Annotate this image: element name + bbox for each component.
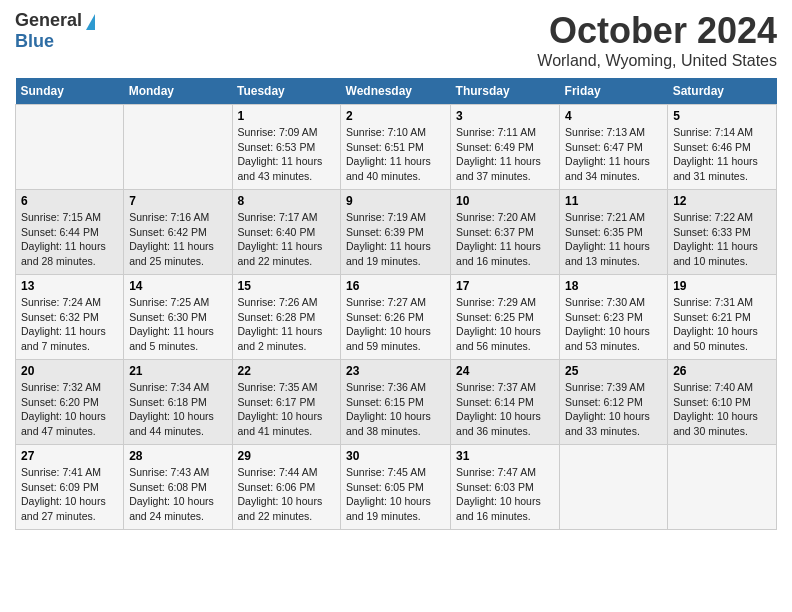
- calendar-header: SundayMondayTuesdayWednesdayThursdayFrid…: [16, 78, 777, 105]
- header-cell-thursday: Thursday: [451, 78, 560, 105]
- day-cell: 1Sunrise: 7:09 AM Sunset: 6:53 PM Daylig…: [232, 105, 341, 190]
- day-info: Sunrise: 7:14 AM Sunset: 6:46 PM Dayligh…: [673, 125, 771, 184]
- day-number: 19: [673, 279, 771, 293]
- day-number: 10: [456, 194, 554, 208]
- day-info: Sunrise: 7:35 AM Sunset: 6:17 PM Dayligh…: [238, 380, 336, 439]
- day-info: Sunrise: 7:20 AM Sunset: 6:37 PM Dayligh…: [456, 210, 554, 269]
- day-number: 31: [456, 449, 554, 463]
- day-info: Sunrise: 7:32 AM Sunset: 6:20 PM Dayligh…: [21, 380, 118, 439]
- day-number: 30: [346, 449, 445, 463]
- day-cell: 25Sunrise: 7:39 AM Sunset: 6:12 PM Dayli…: [560, 360, 668, 445]
- day-number: 17: [456, 279, 554, 293]
- day-number: 6: [21, 194, 118, 208]
- week-row-2: 6Sunrise: 7:15 AM Sunset: 6:44 PM Daylig…: [16, 190, 777, 275]
- day-info: Sunrise: 7:16 AM Sunset: 6:42 PM Dayligh…: [129, 210, 226, 269]
- day-cell: 31Sunrise: 7:47 AM Sunset: 6:03 PM Dayli…: [451, 445, 560, 530]
- day-cell: 16Sunrise: 7:27 AM Sunset: 6:26 PM Dayli…: [341, 275, 451, 360]
- day-cell: 13Sunrise: 7:24 AM Sunset: 6:32 PM Dayli…: [16, 275, 124, 360]
- day-cell: 29Sunrise: 7:44 AM Sunset: 6:06 PM Dayli…: [232, 445, 341, 530]
- day-cell: [16, 105, 124, 190]
- day-cell: 23Sunrise: 7:36 AM Sunset: 6:15 PM Dayli…: [341, 360, 451, 445]
- day-number: 13: [21, 279, 118, 293]
- day-info: Sunrise: 7:43 AM Sunset: 6:08 PM Dayligh…: [129, 465, 226, 524]
- day-info: Sunrise: 7:47 AM Sunset: 6:03 PM Dayligh…: [456, 465, 554, 524]
- day-cell: 2Sunrise: 7:10 AM Sunset: 6:51 PM Daylig…: [341, 105, 451, 190]
- day-cell: [560, 445, 668, 530]
- day-cell: 5Sunrise: 7:14 AM Sunset: 6:46 PM Daylig…: [668, 105, 777, 190]
- day-info: Sunrise: 7:13 AM Sunset: 6:47 PM Dayligh…: [565, 125, 662, 184]
- day-info: Sunrise: 7:27 AM Sunset: 6:26 PM Dayligh…: [346, 295, 445, 354]
- day-info: Sunrise: 7:39 AM Sunset: 6:12 PM Dayligh…: [565, 380, 662, 439]
- header-cell-wednesday: Wednesday: [341, 78, 451, 105]
- calendar-body: 1Sunrise: 7:09 AM Sunset: 6:53 PM Daylig…: [16, 105, 777, 530]
- day-info: Sunrise: 7:37 AM Sunset: 6:14 PM Dayligh…: [456, 380, 554, 439]
- day-info: Sunrise: 7:30 AM Sunset: 6:23 PM Dayligh…: [565, 295, 662, 354]
- day-cell: 3Sunrise: 7:11 AM Sunset: 6:49 PM Daylig…: [451, 105, 560, 190]
- header-cell-friday: Friday: [560, 78, 668, 105]
- day-cell: 11Sunrise: 7:21 AM Sunset: 6:35 PM Dayli…: [560, 190, 668, 275]
- day-cell: 10Sunrise: 7:20 AM Sunset: 6:37 PM Dayli…: [451, 190, 560, 275]
- day-number: 22: [238, 364, 336, 378]
- day-info: Sunrise: 7:17 AM Sunset: 6:40 PM Dayligh…: [238, 210, 336, 269]
- day-number: 11: [565, 194, 662, 208]
- day-cell: [124, 105, 232, 190]
- logo-general: General: [15, 10, 82, 31]
- day-cell: 26Sunrise: 7:40 AM Sunset: 6:10 PM Dayli…: [668, 360, 777, 445]
- day-number: 20: [21, 364, 118, 378]
- day-number: 14: [129, 279, 226, 293]
- calendar-table: SundayMondayTuesdayWednesdayThursdayFrid…: [15, 78, 777, 530]
- day-number: 8: [238, 194, 336, 208]
- week-row-5: 27Sunrise: 7:41 AM Sunset: 6:09 PM Dayli…: [16, 445, 777, 530]
- day-cell: 20Sunrise: 7:32 AM Sunset: 6:20 PM Dayli…: [16, 360, 124, 445]
- logo-blue: Blue: [15, 31, 54, 51]
- title-block: October 2024 Worland, Wyoming, United St…: [537, 10, 777, 70]
- header-row: SundayMondayTuesdayWednesdayThursdayFrid…: [16, 78, 777, 105]
- header-cell-monday: Monday: [124, 78, 232, 105]
- day-cell: 27Sunrise: 7:41 AM Sunset: 6:09 PM Dayli…: [16, 445, 124, 530]
- day-info: Sunrise: 7:26 AM Sunset: 6:28 PM Dayligh…: [238, 295, 336, 354]
- week-row-4: 20Sunrise: 7:32 AM Sunset: 6:20 PM Dayli…: [16, 360, 777, 445]
- day-info: Sunrise: 7:41 AM Sunset: 6:09 PM Dayligh…: [21, 465, 118, 524]
- day-cell: 14Sunrise: 7:25 AM Sunset: 6:30 PM Dayli…: [124, 275, 232, 360]
- day-number: 4: [565, 109, 662, 123]
- day-number: 5: [673, 109, 771, 123]
- day-cell: 4Sunrise: 7:13 AM Sunset: 6:47 PM Daylig…: [560, 105, 668, 190]
- day-cell: 6Sunrise: 7:15 AM Sunset: 6:44 PM Daylig…: [16, 190, 124, 275]
- day-number: 9: [346, 194, 445, 208]
- header-cell-saturday: Saturday: [668, 78, 777, 105]
- logo-triangle-icon: [86, 14, 95, 30]
- week-row-3: 13Sunrise: 7:24 AM Sunset: 6:32 PM Dayli…: [16, 275, 777, 360]
- day-cell: 30Sunrise: 7:45 AM Sunset: 6:05 PM Dayli…: [341, 445, 451, 530]
- day-info: Sunrise: 7:15 AM Sunset: 6:44 PM Dayligh…: [21, 210, 118, 269]
- day-number: 15: [238, 279, 336, 293]
- day-cell: 7Sunrise: 7:16 AM Sunset: 6:42 PM Daylig…: [124, 190, 232, 275]
- day-info: Sunrise: 7:31 AM Sunset: 6:21 PM Dayligh…: [673, 295, 771, 354]
- day-info: Sunrise: 7:34 AM Sunset: 6:18 PM Dayligh…: [129, 380, 226, 439]
- day-cell: 12Sunrise: 7:22 AM Sunset: 6:33 PM Dayli…: [668, 190, 777, 275]
- day-info: Sunrise: 7:09 AM Sunset: 6:53 PM Dayligh…: [238, 125, 336, 184]
- day-number: 28: [129, 449, 226, 463]
- page-header: General Blue October 2024 Worland, Wyomi…: [15, 10, 777, 70]
- day-number: 27: [21, 449, 118, 463]
- day-info: Sunrise: 7:44 AM Sunset: 6:06 PM Dayligh…: [238, 465, 336, 524]
- day-cell: 21Sunrise: 7:34 AM Sunset: 6:18 PM Dayli…: [124, 360, 232, 445]
- day-info: Sunrise: 7:29 AM Sunset: 6:25 PM Dayligh…: [456, 295, 554, 354]
- day-number: 12: [673, 194, 771, 208]
- day-cell: 19Sunrise: 7:31 AM Sunset: 6:21 PM Dayli…: [668, 275, 777, 360]
- month-title: October 2024: [537, 10, 777, 52]
- day-number: 29: [238, 449, 336, 463]
- day-number: 16: [346, 279, 445, 293]
- header-cell-tuesday: Tuesday: [232, 78, 341, 105]
- day-number: 1: [238, 109, 336, 123]
- day-cell: 24Sunrise: 7:37 AM Sunset: 6:14 PM Dayli…: [451, 360, 560, 445]
- day-cell: 9Sunrise: 7:19 AM Sunset: 6:39 PM Daylig…: [341, 190, 451, 275]
- day-number: 7: [129, 194, 226, 208]
- day-cell: 18Sunrise: 7:30 AM Sunset: 6:23 PM Dayli…: [560, 275, 668, 360]
- day-info: Sunrise: 7:40 AM Sunset: 6:10 PM Dayligh…: [673, 380, 771, 439]
- location-title: Worland, Wyoming, United States: [537, 52, 777, 70]
- day-info: Sunrise: 7:36 AM Sunset: 6:15 PM Dayligh…: [346, 380, 445, 439]
- day-info: Sunrise: 7:45 AM Sunset: 6:05 PM Dayligh…: [346, 465, 445, 524]
- day-info: Sunrise: 7:24 AM Sunset: 6:32 PM Dayligh…: [21, 295, 118, 354]
- day-number: 21: [129, 364, 226, 378]
- day-number: 23: [346, 364, 445, 378]
